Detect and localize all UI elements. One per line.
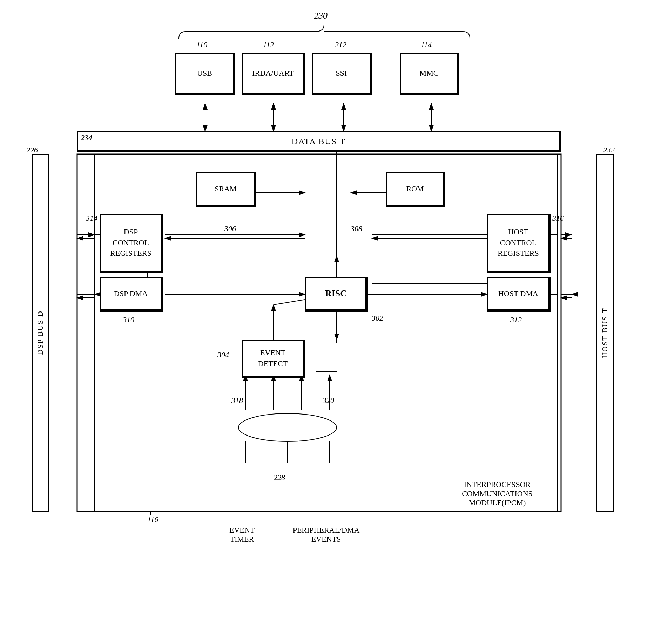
- event-timer-label: EVENT TIMER: [214, 526, 270, 544]
- mmc-block: MMC: [400, 53, 459, 95]
- label-310: 310: [123, 315, 134, 324]
- host-control-registers-label: HOST CONTROL REGISTERS: [498, 227, 539, 259]
- peripheral-dma-events-label: PERIPHERAL/DMA EVENTS: [288, 526, 365, 544]
- label-116: 116: [147, 515, 158, 524]
- label-316: 316: [552, 214, 564, 223]
- label-306: 306: [224, 224, 236, 233]
- irda-uart-block: IRDA/UART: [242, 53, 305, 95]
- diagram-svg: [0, 0, 648, 644]
- label-226: 226: [26, 145, 38, 155]
- svg-point-37: [238, 413, 337, 441]
- usb-block: USB: [175, 53, 235, 95]
- label-110: 110: [196, 40, 207, 49]
- label-112: 112: [263, 40, 274, 49]
- label-114: 114: [421, 40, 432, 49]
- label-212: 212: [335, 40, 346, 49]
- dsp-bus-d-block: DSP BUS D: [32, 154, 49, 512]
- label-302: 302: [372, 314, 383, 323]
- event-detect-block: EVENT DETECT: [242, 340, 305, 378]
- svg-line-24: [274, 300, 305, 305]
- label-234: 234: [81, 133, 92, 142]
- risc-block: RISC: [305, 277, 368, 312]
- label-304: 304: [217, 350, 229, 359]
- ssi-block: SSI: [312, 53, 372, 95]
- dsp-bus-d-label: DSP BUS D: [36, 310, 45, 355]
- label-228: 228: [274, 473, 285, 482]
- label-318: 318: [231, 396, 243, 405]
- label-312: 312: [510, 315, 522, 324]
- sram-block: SRAM: [196, 172, 256, 207]
- label-320: 320: [323, 396, 334, 405]
- label-314: 314: [86, 214, 97, 223]
- host-control-registers-block: HOST CONTROL REGISTERS: [487, 214, 551, 273]
- dsp-dma-block: DSP DMA: [100, 277, 163, 312]
- event-detect-label: EVENT DETECT: [258, 348, 288, 369]
- host-dma-block: HOST DMA: [487, 277, 551, 312]
- svg-rect-11: [77, 154, 561, 512]
- rom-block: ROM: [386, 172, 445, 207]
- host-bus-t-label: HOST BUS T: [600, 308, 609, 358]
- dsp-control-registers-label: DSP CONTROL REGISTERS: [110, 227, 151, 259]
- diagram: 230 USB 110 IRDA/UART 112 SSI 212 MMC 11…: [0, 0, 648, 644]
- host-bus-t-block: HOST BUS T: [596, 154, 614, 512]
- dsp-control-registers-block: DSP CONTROL REGISTERS: [100, 214, 163, 273]
- label-230: 230: [314, 11, 328, 21]
- ipcm-label: INTERPROCESSOR COMMUNICATIONS MODULE(IPC…: [445, 480, 550, 507]
- label-232: 232: [603, 145, 615, 155]
- data-bus-t-block: DATA BUS T: [77, 131, 561, 152]
- label-308: 308: [351, 224, 362, 233]
